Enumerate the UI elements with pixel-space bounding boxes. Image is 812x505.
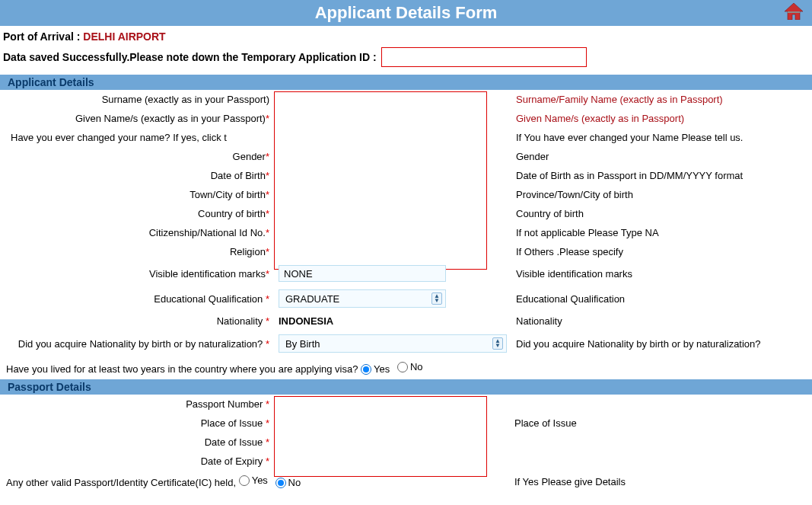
date-issue-label: Date of Issue xyxy=(205,436,266,448)
citizen-help: If not applicable Please Type NA xyxy=(516,227,659,238)
nationality-value: INDONESIA xyxy=(279,315,333,327)
lived-no-radio[interactable]: No xyxy=(397,361,423,372)
saved-message: Data saved Successfully.Please note down… xyxy=(0,44,812,75)
radio-unselected-icon xyxy=(397,362,408,372)
edu-select[interactable]: GRADUATE ▲▼ xyxy=(279,289,446,308)
passport-number-label: Passport Number xyxy=(186,398,266,410)
other-pp-yes-radio[interactable]: Yes xyxy=(239,475,268,486)
radio-selected-icon xyxy=(361,364,371,375)
town-label: Town/City of birth xyxy=(189,189,266,200)
surname-label: Surname (exactly as in your Passport) xyxy=(102,94,269,105)
citizen-label: Citizenship/National Id No. xyxy=(149,227,266,238)
changed-name-label: Have you ever changed your name? If yes,… xyxy=(11,132,227,143)
dob-label: Date of Birth xyxy=(211,170,266,181)
section-applicant-details: Applicant Details xyxy=(0,75,812,90)
other-passport-label: Any other valid Passport/Identity Certif… xyxy=(6,477,236,488)
svg-rect-1 xyxy=(788,11,800,13)
section-passport-details: Passport Details xyxy=(0,379,812,395)
marks-help: Visible identification marks xyxy=(516,268,632,280)
cob-label: Country of birth xyxy=(198,208,266,219)
redacted-block-applicant xyxy=(274,91,487,270)
surname-help: Surname/Family Name (exactly as in Passp… xyxy=(516,94,723,105)
home-icon[interactable] xyxy=(785,3,803,20)
gender-help: Gender xyxy=(516,151,549,162)
radio-selected-icon xyxy=(275,478,286,488)
religion-label: Religion xyxy=(230,246,266,257)
page-title: Applicant Details Form xyxy=(315,3,498,22)
select-arrows-icon: ▲▼ xyxy=(492,337,503,350)
marks-input[interactable] xyxy=(279,265,446,282)
given-name-label: Given Name/s (exactly as in your Passpor… xyxy=(75,113,266,124)
religion-help: If Others .Please specify xyxy=(516,246,623,257)
edu-label: Educational Qualification xyxy=(154,293,266,305)
dob-help: Date of Birth as in Passport in DD/MM/YY… xyxy=(516,170,743,181)
town-help: Province/Town/City of birth xyxy=(516,189,633,200)
changed-name-help: If You have ever changed your Name Pleas… xyxy=(516,132,743,143)
place-issue-label: Place of Issue xyxy=(201,417,266,429)
port-of-arrival: Port of Arrival : DELHI AIRPORT xyxy=(0,26,812,44)
date-expiry-label: Date of Expiry xyxy=(201,455,266,467)
select-arrows-icon: ▲▼ xyxy=(431,292,442,305)
nationality-label: Nationality xyxy=(217,315,266,327)
radio-unselected-icon xyxy=(239,475,250,486)
other-pp-help: If Yes Please give Details xyxy=(514,476,626,487)
acq-help: Did you acquire Nationality by birth or … xyxy=(516,338,761,350)
acq-select[interactable]: By Birth ▲▼ xyxy=(279,334,507,353)
cob-help: Country of birth xyxy=(516,208,584,219)
redacted-block-passport xyxy=(274,396,487,477)
marks-label: Visible identification marks xyxy=(149,268,266,280)
nationality-help: Nationality xyxy=(516,315,562,327)
gender-label: Gender xyxy=(233,151,266,162)
temp-app-id-box xyxy=(381,47,587,67)
lived-yes-radio[interactable]: Yes xyxy=(361,363,390,375)
lived-two-years-row: Have you lived for at least two years in… xyxy=(0,356,812,379)
edu-help: Educational Qualification xyxy=(516,293,625,305)
acq-label: Did you acquire Nationality by birth or … xyxy=(18,338,266,350)
place-issue-help: Place of Issue xyxy=(514,417,577,429)
given-name-help: Given Name/s (exactly as in Passport) xyxy=(516,113,684,124)
other-pp-no-radio[interactable]: No xyxy=(275,477,301,488)
